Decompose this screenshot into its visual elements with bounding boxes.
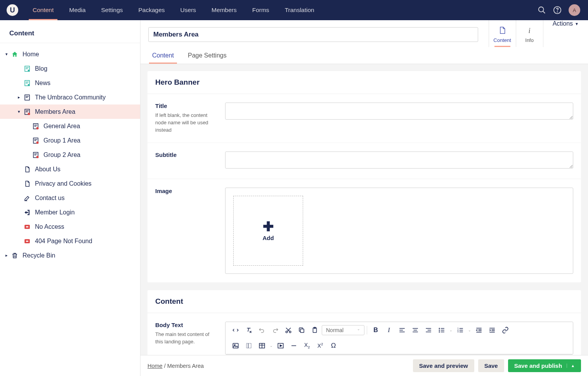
rte-paste-icon[interactable]	[309, 324, 321, 336]
tree-item[interactable]: ▾Members Area	[0, 104, 140, 119]
app-content-label: Content	[493, 37, 511, 43]
rte-align-left-icon[interactable]	[396, 324, 408, 336]
rte-redo-icon[interactable]	[269, 324, 281, 336]
rte-embed-icon[interactable]	[274, 340, 287, 352]
chevron-up-icon[interactable]: ▲	[567, 364, 575, 368]
sidebar-title: Content	[0, 20, 140, 43]
tree-item[interactable]: Member Login	[0, 205, 140, 219]
svg-text:3: 3	[458, 331, 459, 333]
tree-item[interactable]: Blog	[0, 61, 140, 76]
tree-item[interactable]: ▸Recycle Bin	[0, 248, 140, 263]
tree-item[interactable]: 404 Page Not Found	[0, 234, 140, 248]
nav-sections: Content Media Settings Packages Users Me…	[25, 0, 322, 20]
rte-italic-icon[interactable]: I	[383, 324, 395, 336]
rte-indent-icon[interactable]	[486, 324, 498, 336]
content-sidebar: Content ▾HomeBlogNews▸The Umbraco Commun…	[0, 20, 140, 376]
tree-item[interactable]: News	[0, 76, 140, 90]
tree-node-icon	[23, 65, 32, 72]
editor-subnav: Content Page Settings	[148, 49, 481, 64]
nav-packages[interactable]: Packages	[131, 0, 173, 20]
tree-item[interactable]: Group 2 Area	[0, 148, 140, 162]
svg-rect-35	[26, 240, 28, 242]
rte-bold-icon[interactable]: B	[369, 324, 382, 336]
tree-item-label: Recycle Bin	[23, 252, 55, 259]
svg-rect-77	[233, 343, 238, 348]
nav-content[interactable]: Content	[25, 0, 61, 20]
tree-item[interactable]: ▸The Umbraco Community	[0, 90, 140, 104]
chevron-down-icon[interactable]: ⌄	[467, 328, 472, 332]
tree-node-icon	[23, 223, 32, 230]
chevron-down-icon[interactable]: ⌄	[449, 328, 453, 332]
content-tree: ▾HomeBlogNews▸The Umbraco Community▾Memb…	[0, 43, 140, 266]
title-textarea[interactable]	[225, 103, 573, 120]
tree-item[interactable]: About Us	[0, 162, 140, 176]
save-button[interactable]: Save	[478, 359, 504, 372]
rte-hr-icon[interactable]	[288, 340, 300, 352]
rte-bullet-list-icon[interactable]	[435, 324, 448, 336]
save-publish-button[interactable]: Save and publish ▲	[508, 359, 581, 372]
nav-forms[interactable]: Forms	[245, 0, 277, 20]
rte-special-char-icon[interactable]: Ω	[327, 340, 340, 352]
rte-cut-icon[interactable]	[282, 324, 295, 336]
rte-outdent-icon[interactable]	[473, 324, 485, 336]
tab-page-settings[interactable]: Page Settings	[186, 49, 228, 64]
rte-align-right-icon[interactable]	[422, 324, 435, 336]
rte-format-select[interactable]: Normal ⌄	[322, 325, 364, 335]
rte-copy-icon[interactable]	[295, 324, 308, 336]
nav-media[interactable]: Media	[61, 0, 93, 20]
rte-align-center-icon[interactable]	[409, 324, 421, 336]
tree-node-icon	[23, 180, 32, 187]
user-avatar[interactable]: A	[569, 4, 580, 16]
panel-hero-title: Hero Banner	[147, 71, 581, 94]
logo[interactable]: U	[0, 4, 25, 16]
image-add-button[interactable]: ✚ Add	[233, 196, 303, 266]
tab-content[interactable]: Content	[151, 49, 175, 64]
nav-members[interactable]: Members	[204, 0, 245, 20]
tree-item-label: Member Login	[35, 209, 75, 216]
tree-node-icon	[23, 238, 32, 245]
subtitle-textarea[interactable]	[225, 151, 573, 169]
search-icon[interactable]	[538, 6, 546, 14]
rte-superscript-icon[interactable]: X2	[314, 340, 326, 352]
rte-link-icon[interactable]	[499, 324, 512, 336]
svg-point-11	[28, 84, 30, 86]
breadcrumb-home[interactable]: Home	[147, 363, 163, 369]
property-subtitle: Subtitle	[147, 143, 581, 179]
chevron-down-icon[interactable]: ⌄	[269, 344, 274, 348]
rte-clear-format-icon[interactable]	[243, 324, 255, 336]
rte-image-icon[interactable]	[229, 340, 242, 352]
rte-number-list-icon[interactable]: 123	[454, 324, 467, 336]
rte-subscript-icon[interactable]: X2	[301, 340, 313, 352]
node-title-input[interactable]	[148, 27, 478, 42]
help-icon[interactable]	[553, 6, 562, 14]
nav-settings[interactable]: Settings	[94, 0, 131, 20]
tree-caret-icon[interactable]: ▸	[16, 95, 23, 100]
tree-item[interactable]: Contact us	[0, 191, 140, 205]
tree-node-icon	[23, 108, 32, 115]
rich-text-editor: Normal ⌄ B I	[225, 322, 573, 355]
rte-table-icon[interactable]	[256, 340, 268, 352]
svg-text:i: i	[529, 27, 531, 35]
tree-item[interactable]: Privacy and Cookies	[0, 176, 140, 191]
tree-item[interactable]: No Access	[0, 219, 140, 234]
save-preview-button[interactable]: Save and preview	[413, 359, 474, 372]
rte-macro-icon[interactable]	[243, 340, 255, 352]
property-title: Title If left blank, the content node na…	[147, 94, 581, 143]
tree-caret-icon[interactable]: ▾	[16, 109, 23, 114]
tree-node-icon	[10, 51, 19, 58]
rte-undo-icon[interactable]	[256, 324, 268, 336]
tree-caret-icon[interactable]: ▸	[3, 253, 10, 258]
tree-item[interactable]: ▾Home	[0, 47, 140, 61]
rte-source-code-icon[interactable]	[229, 324, 242, 336]
tree-caret-icon[interactable]: ▾	[3, 52, 10, 57]
tree-item[interactable]: General Area	[0, 119, 140, 133]
nav-users[interactable]: Users	[173, 0, 204, 20]
app-content[interactable]: Content	[489, 20, 516, 47]
tree-item[interactable]: Group 1 Area	[0, 133, 140, 148]
app-info-label: Info	[525, 37, 534, 43]
app-info[interactable]: i Info	[516, 20, 543, 47]
actions-menu[interactable]: Actions ▼	[543, 20, 588, 27]
nav-translation[interactable]: Translation	[277, 0, 322, 20]
tree-node-icon	[23, 209, 32, 216]
rte-toolbar: Normal ⌄ B I	[225, 322, 573, 354]
